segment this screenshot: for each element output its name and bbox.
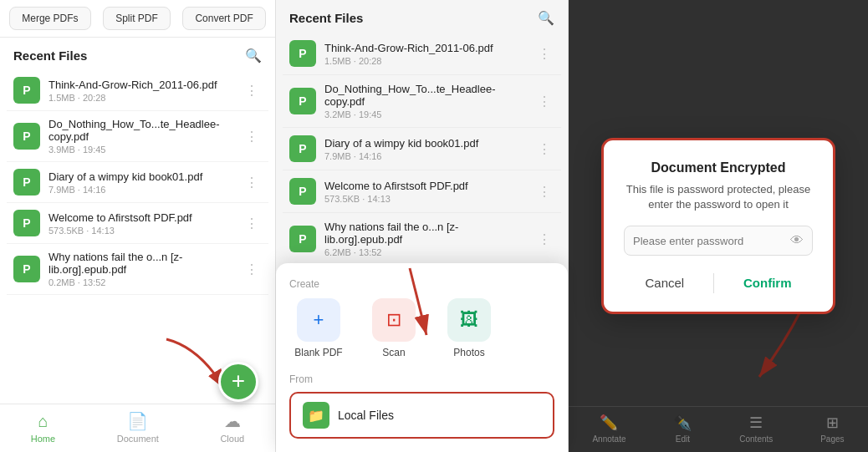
document-icon: 📄 — [127, 411, 148, 431]
file-name: Welcome to Afirstsoft PDF.pdf — [49, 211, 242, 224]
create-options: + Blank PDF ⊡ Scan 🖼 Photos — [289, 298, 554, 358]
eye-toggle-icon[interactable]: 👁 — [790, 233, 804, 248]
file-meta: 3.2MB · 19:45 — [324, 109, 534, 119]
middle-recent-title: Recent Files — [289, 11, 363, 25]
encrypt-dialog: Document Encrypted This file is password… — [601, 138, 835, 314]
nav-cloud-label: Cloud — [220, 434, 244, 444]
left-file-item[interactable]: P Think-And-Grow-Rich_2011-06.pdf 1.5MB … — [7, 70, 268, 111]
middle-file-item[interactable]: P Think-And-Grow-Rich_2011-06.pdf 1.5MB … — [283, 33, 561, 75]
file-info: Welcome to Afirstsoft PDF.pdf 573.5KB · … — [49, 211, 242, 236]
nav-document-label: Document — [117, 434, 159, 444]
left-file-list: P Think-And-Grow-Rich_2011-06.pdf 1.5MB … — [0, 70, 275, 404]
left-file-item[interactable]: P Do_Nothing_How_To...te_Headlee-copy.pd… — [7, 111, 268, 162]
file-more-icon[interactable]: ⋮ — [534, 46, 554, 62]
convert-pdf-button[interactable]: Convert PDF — [182, 7, 265, 30]
file-icon: P — [289, 178, 316, 205]
file-info: Welcome to Afirstsoft PDF.pdf 573.5KB · … — [324, 180, 534, 204]
middle-file-item[interactable]: P Diary of a wimpy kid book01.pdf 7.9MB … — [283, 128, 561, 170]
nav-home-label: Home — [31, 434, 55, 444]
file-info: Think-And-Grow-Rich_2011-06.pdf 1.5MB · … — [49, 79, 242, 103]
file-icon: P — [13, 169, 40, 196]
blank-pdf-icon: + — [297, 298, 340, 342]
left-file-item[interactable]: P Welcome to Afirstsoft PDF.pdf 573.5KB … — [7, 203, 268, 244]
file-name: Think-And-Grow-Rich_2011-06.pdf — [49, 79, 242, 91]
photos-icon: 🖼 — [447, 298, 491, 342]
dialog-message: This file is password protected, please … — [624, 182, 813, 212]
file-icon: P — [289, 226, 316, 252]
middle-panel: Recent Files 🔍 P Think-And-Grow-Rich_201… — [276, 0, 569, 452]
left-file-item[interactable]: P Why nations fail the o...n [z-lib.org]… — [7, 244, 268, 295]
home-icon: ⌂ — [38, 412, 48, 431]
photos-option[interactable]: 🖼 Photos — [440, 298, 498, 358]
from-label: From — [289, 373, 554, 385]
file-more-icon[interactable]: ⋮ — [242, 175, 262, 190]
confirm-button[interactable]: Confirm — [730, 271, 805, 295]
search-button[interactable]: 🔍 — [245, 48, 262, 63]
file-icon: P — [13, 256, 40, 282]
file-meta: 573.5KB · 14:13 — [324, 194, 534, 204]
password-input[interactable] — [633, 235, 790, 247]
cancel-button[interactable]: Cancel — [631, 271, 697, 295]
file-meta: 1.5MB · 20:28 — [324, 56, 534, 66]
blank-pdf-option[interactable]: + Blank PDF — [289, 298, 348, 358]
scan-icon: ⊡ — [372, 298, 416, 342]
blank-pdf-label: Blank PDF — [294, 347, 342, 358]
file-icon: P — [13, 210, 40, 236]
file-icon: P — [289, 135, 316, 162]
file-more-icon[interactable]: ⋮ — [534, 141, 554, 157]
create-label: Create — [289, 278, 554, 290]
left-panel: Merge PDFs Split PDF Convert PDF Recent … — [0, 0, 276, 452]
file-meta: 0.2MB · 13:52 — [49, 277, 242, 287]
file-more-icon[interactable]: ⋮ — [534, 184, 554, 200]
left-bottom-nav: ⌂ Home 📄 Document ☁ Cloud — [0, 404, 275, 452]
left-file-item[interactable]: P Diary of a wimpy kid book01.pdf 7.9MB … — [7, 162, 268, 203]
file-more-icon[interactable]: ⋮ — [242, 216, 262, 231]
merge-pdfs-button[interactable]: Merge PDFs — [9, 7, 90, 30]
file-meta: 573.5KB · 14:13 — [49, 226, 242, 236]
file-more-icon[interactable]: ⋮ — [534, 94, 554, 109]
file-info: Do_Nothing_How_To...te_Headlee-copy.pdf … — [49, 118, 242, 155]
fab-create-button[interactable]: + — [218, 362, 258, 402]
file-icon: P — [13, 123, 40, 150]
file-meta: 3.9MB · 19:45 — [49, 145, 242, 155]
file-info: Diary of a wimpy kid book01.pdf 7.9MB · … — [49, 170, 242, 195]
file-icon: P — [289, 40, 316, 67]
fab-plus-icon: + — [232, 369, 245, 393]
scan-option[interactable]: ⊡ Scan — [365, 298, 423, 358]
scan-label: Scan — [382, 347, 405, 358]
file-more-icon[interactable]: ⋮ — [242, 83, 262, 99]
password-input-row[interactable]: 👁 — [624, 226, 813, 256]
dialog-title: Document Encrypted — [624, 160, 813, 175]
top-toolbar: Merge PDFs Split PDF Convert PDF — [0, 0, 275, 38]
photos-label: Photos — [453, 347, 484, 358]
file-meta: 7.9MB · 14:16 — [324, 151, 534, 161]
file-name: Why nations fail the o...n [z-lib.org].e… — [324, 221, 534, 246]
file-name: Do_Nothing_How_To...te_Headlee-copy.pdf — [49, 118, 242, 143]
file-meta: 6.2MB · 13:52 — [324, 247, 534, 257]
file-info: Diary of a wimpy kid book01.pdf 7.9MB · … — [324, 137, 534, 161]
dialog-buttons: Cancel Confirm — [624, 271, 813, 295]
nav-cloud[interactable]: ☁ Cloud — [220, 411, 244, 444]
file-info: Why nations fail the o...n [z-lib.org].e… — [49, 251, 242, 287]
local-files-button[interactable]: 📁 Local Files — [289, 392, 554, 439]
file-more-icon[interactable]: ⋮ — [242, 262, 262, 277]
nav-document[interactable]: 📄 Document — [117, 411, 159, 444]
split-pdf-button[interactable]: Split PDF — [103, 7, 171, 30]
middle-file-item[interactable]: P Why nations fail the o...n [z-lib.org]… — [283, 213, 561, 266]
file-more-icon[interactable]: ⋮ — [534, 231, 554, 247]
file-info: Think-And-Grow-Rich_2011-06.pdf 1.5MB · … — [324, 42, 534, 66]
right-panel: Document Encrypted This file is password… — [569, 0, 868, 452]
file-info: Do_Nothing_How_To...te_Headlee-copy.pdf … — [324, 83, 534, 119]
dialog-overlay: Document Encrypted This file is password… — [569, 0, 868, 452]
file-name: Do_Nothing_How_To...te_Headlee-copy.pdf — [324, 83, 534, 108]
file-name: Diary of a wimpy kid book01.pdf — [49, 170, 242, 183]
file-name: Why nations fail the o...n [z-lib.org].e… — [49, 251, 242, 276]
create-sheet: Create + Blank PDF ⊡ Scan 🖼 Photos From … — [276, 263, 568, 452]
middle-file-item[interactable]: P Do_Nothing_How_To...te_Headlee-copy.pd… — [283, 75, 561, 128]
middle-file-item[interactable]: P Welcome to Afirstsoft PDF.pdf 573.5KB … — [283, 170, 561, 213]
file-more-icon[interactable]: ⋮ — [242, 129, 262, 145]
middle-search-button[interactable]: 🔍 — [538, 10, 554, 26]
file-meta: 7.9MB · 14:16 — [49, 185, 242, 195]
recent-header: Recent Files 🔍 — [0, 38, 275, 70]
nav-home[interactable]: ⌂ Home — [31, 412, 55, 444]
